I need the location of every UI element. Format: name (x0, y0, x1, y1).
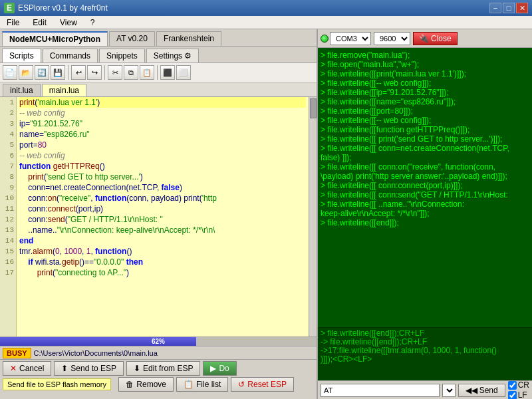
more-button-1[interactable]: ⬛ (160, 65, 175, 80)
tab-scripts[interactable]: Scripts (2, 49, 41, 63)
send-arrow-icon: ◀◀ (466, 386, 477, 395)
right-toolbar: COM3 9600 🔌 Close (318, 29, 532, 48)
code-content[interactable]: print('main.lua ver 1.1') -- web config … (17, 97, 309, 336)
menu-edit[interactable]: Edit (29, 17, 50, 28)
open-file-button[interactable]: 📂 (19, 65, 33, 80)
term-line: > file.writeline([[-- web config]]); (321, 78, 529, 88)
new-file-button[interactable]: 📄 (3, 65, 17, 80)
lf-label: LF (518, 390, 527, 399)
more-button-2[interactable]: ⬜ (176, 65, 191, 80)
code-line-14: end (19, 235, 306, 246)
tooltip-send-file: Send file to ESP flash memory (3, 378, 111, 390)
reload-button[interactable]: 🔄 (35, 65, 49, 80)
baud-rate-select[interactable]: 9600 (374, 32, 410, 45)
send-to-esp-button[interactable]: ⬆ Send to ESP (54, 361, 124, 376)
term-line: false) ]]); (321, 153, 529, 162)
title-bar: E ESPlorer v0.1 by 4refr0nt − □ ✕ (0, 0, 532, 16)
term-line: > file.writeline([[ print('send GET to h… (321, 134, 529, 144)
download-icon: ⬇ (134, 364, 140, 373)
redo-button[interactable]: ↪ (87, 65, 102, 80)
scroll-thumb[interactable] (310, 98, 317, 118)
code-line-1: print('main.lua ver 1.1') (19, 97, 306, 108)
term-line: > file.open("main.lua","w+"); (321, 60, 529, 69)
tab-row-1: NodeMCU+MicroPython AT v0.20 Frankenshte… (0, 29, 317, 47)
code-line-17: print("connecting to AP...") (19, 267, 306, 278)
toolbar-separator-1 (68, 65, 68, 80)
menu-view[interactable]: View (57, 17, 80, 28)
play-icon: ▶ (210, 364, 216, 373)
tab-at[interactable]: AT v0.20 (109, 31, 155, 46)
term-line: > file.writeline([[port=80]]); (321, 106, 529, 116)
remove-icon: 🗑 (126, 380, 134, 389)
editor-scrollbar[interactable] (309, 97, 317, 336)
undo-button[interactable]: ↩ (71, 65, 86, 80)
code-line-8: print('send GET to http server...') (19, 172, 306, 182)
maximize-button[interactable]: □ (503, 3, 515, 13)
toolbar-separator-2 (104, 65, 105, 80)
save-button[interactable]: 💾 (51, 65, 65, 80)
code-line-7: function getHTTPReq() (19, 161, 306, 172)
com-port-select[interactable]: COM3 (330, 32, 371, 45)
term-line: > file.writeline([[print('main.lua ver 1… (321, 69, 529, 78)
reset-esp-button[interactable]: ↺ Reset ESP (231, 377, 294, 392)
term-line: > file.remove("main.lua"); (321, 51, 529, 60)
minimize-button[interactable]: − (489, 3, 501, 13)
code-line-12: conn:send("GET / HTTP/1.1\r\nHost: " (19, 214, 306, 225)
send-button[interactable]: ◀◀ Send (458, 384, 505, 397)
cancel-icon: ✕ (10, 364, 17, 373)
code-editor[interactable]: 1 2 3 4 5 6 7 8 9 10 11 12 13 14 15 16 1… (0, 97, 317, 336)
tab-frankenshtein[interactable]: Frankenshtein (156, 31, 221, 46)
disconnect-icon: 🔌 (419, 34, 429, 43)
line-numbers: 1 2 3 4 5 6 7 8 9 10 11 12 13 14 15 16 1… (0, 97, 17, 336)
terminal-mid[interactable]: > file.writeline([[end]]);CR+LF -> file.… (318, 327, 532, 380)
progress-label: 62% (0, 337, 317, 346)
window-close-button[interactable]: ✕ (516, 3, 528, 13)
tab-nodemcu[interactable]: NodeMCU+MicroPython (2, 31, 108, 46)
command-select[interactable]: ▼ (442, 384, 456, 397)
button-row-2: Send file to ESP flash memory 🗑 Remove 📋… (3, 377, 314, 392)
lf-checkbox[interactable] (508, 391, 517, 400)
term-line: > file.writeline([[ip="91.201.52.76"]]); (321, 88, 529, 97)
file-tab-init[interactable]: init.lua (3, 84, 41, 96)
file-tab-main[interactable]: main.lua (42, 84, 86, 96)
code-line-11: conn:connect(port,ip) (19, 203, 306, 214)
code-line-10: conn:on("receive", function(conn, payloa… (19, 193, 306, 203)
cut-button[interactable]: ✂ (108, 65, 122, 80)
term-line: > file.writeline([[ ..name.."\r\nConnect… (321, 200, 529, 209)
checkboxes: CR LF (508, 380, 529, 399)
reset-icon: ↺ (238, 380, 245, 389)
list-icon: 📋 (184, 380, 194, 389)
terminal-output[interactable]: > file.remove("main.lua"); > file.open("… (318, 48, 532, 327)
tab-commands[interactable]: Commands (43, 49, 98, 63)
term-line: > file.writeline([[ conn:on("receive", f… (321, 162, 529, 172)
file-tabs: init.lua main.lua (0, 82, 317, 97)
copy-button[interactable]: ⧉ (124, 65, 138, 80)
file-list-button[interactable]: 📋 File list (176, 377, 228, 392)
editor-toolbar: 📄 📂 🔄 💾 ↩ ↪ ✂ ⧉ 📋 ⬛ ⬜ (0, 63, 317, 82)
menu-file[interactable]: File (3, 17, 23, 28)
term-line: > file.writeline([[ conn:connect(port,ip… (321, 181, 529, 190)
menu-bar: File Edit View ? (0, 16, 532, 29)
left-panel: NodeMCU+MicroPython AT v0.20 Frankenshte… (0, 29, 318, 399)
paste-button[interactable]: 📋 (140, 65, 154, 80)
term-line: \payload) print('http server answer:'..p… (321, 172, 529, 181)
close-connection-button[interactable]: 🔌 Close (413, 32, 458, 45)
cancel-button[interactable]: ✕ Cancel (3, 361, 51, 376)
code-line-2: -- web config (19, 108, 306, 118)
right-panel: COM3 9600 🔌 Close > file.remove("main.lu… (318, 29, 532, 399)
term-line: > file.writeline([[ conn=net.createConne… (321, 144, 529, 153)
do-button[interactable]: ▶ Do (203, 361, 236, 376)
edit-from-esp-button[interactable]: ⬇ Edit from ESP (126, 361, 200, 376)
menu-help[interactable]: ? (87, 17, 98, 28)
upload-icon: ⬆ (61, 364, 68, 373)
tab-snippets[interactable]: Snippets (99, 49, 145, 63)
status-bar: BUSY C:\Users\Victor\Documents\0\main.lu… (0, 346, 317, 359)
tab-settings[interactable]: Settings ⚙ (146, 49, 200, 63)
cr-checkbox[interactable] (508, 381, 517, 390)
code-line-6: -- web config (19, 150, 306, 161)
terminal-input[interactable] (321, 384, 440, 397)
remove-button[interactable]: 🗑 Remove (118, 377, 174, 392)
button-row-1: ✕ Cancel ⬆ Send to ESP ⬇ Edit from ESP ▶… (3, 361, 314, 376)
term-line: > file.writeline([[name="esp8266.ru"]]); (321, 97, 529, 106)
term-mid-line: )]]);<CR><LF> (321, 355, 529, 364)
